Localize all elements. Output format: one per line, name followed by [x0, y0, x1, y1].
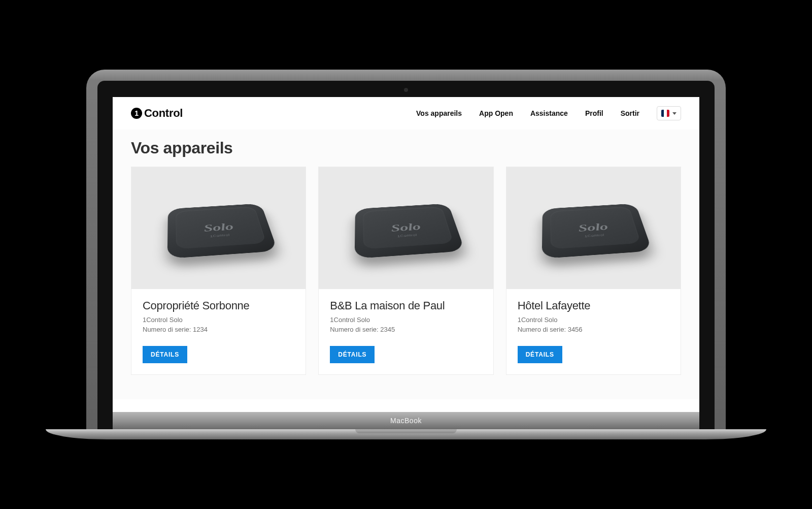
page-main: Vos appareils Solo 1Control: [113, 130, 699, 399]
top-bar: 1 Control Vos appareils App Open Assista…: [113, 97, 699, 130]
device-serial: Numero di serie: 3456: [518, 325, 669, 335]
app-screen: 1 Control Vos appareils App Open Assista…: [113, 97, 699, 412]
screen-bezel: 1 Control Vos appareils App Open Assista…: [97, 81, 715, 429]
nav-item-app-open[interactable]: App Open: [479, 109, 513, 117]
device-card: Solo 1Control B&B La maison de Paul 1Con…: [318, 167, 493, 375]
device-card-grid: Solo 1Control Copropriété Sorbonne 1Cont…: [131, 167, 681, 375]
device-card: Solo 1Control Copropriété Sorbonne 1Cont…: [131, 167, 306, 375]
device-name: B&B La maison de Paul: [330, 299, 482, 312]
laptop-frame: 1 Control Vos appareils App Open Assista…: [86, 70, 726, 439]
device-model: 1Control Solo: [143, 315, 294, 325]
brand-logo[interactable]: 1 Control: [131, 107, 183, 120]
device-image: Solo 1Control: [319, 167, 493, 289]
page-title: Vos appareils: [131, 139, 681, 157]
camera-icon: [404, 88, 408, 92]
logo-text: Control: [144, 107, 183, 120]
laptop-base: [46, 429, 766, 439]
details-button[interactable]: DÉTAILS: [518, 346, 562, 363]
device-serial: Numero di serie: 2345: [330, 325, 482, 335]
chevron-down-icon: [672, 112, 676, 115]
device-model: 1Control Solo: [518, 315, 669, 325]
nav-item-profile[interactable]: Profil: [585, 109, 603, 117]
laptop-hinge: MacBook: [113, 412, 699, 429]
device-name: Hôtel Lafayette: [518, 299, 669, 312]
trackpad-notch: [355, 429, 457, 433]
nav-item-logout[interactable]: Sortir: [621, 109, 639, 117]
device-name: Copropriété Sorbonne: [143, 299, 294, 312]
logo-mark-icon: 1: [131, 108, 142, 119]
details-button[interactable]: DÉTAILS: [330, 346, 375, 363]
device-serial: Numero di serie: 1234: [143, 325, 294, 335]
device-model: 1Control Solo: [330, 315, 482, 325]
product-illustration: Solo 1Control: [167, 203, 278, 259]
details-button[interactable]: DÉTAILS: [143, 346, 187, 363]
laptop-lid: 1 Control Vos appareils App Open Assista…: [86, 70, 726, 429]
product-illustration: Solo 1Control: [542, 203, 653, 259]
nav-item-assistance[interactable]: Assistance: [530, 109, 568, 117]
flag-france-icon: [661, 110, 669, 117]
language-switcher[interactable]: [657, 106, 681, 120]
product-illustration: Solo 1Control: [355, 203, 465, 259]
device-image: Solo 1Control: [506, 167, 681, 289]
laptop-label: MacBook: [390, 417, 422, 425]
device-image: Solo 1Control: [131, 167, 306, 289]
nav-item-devices[interactable]: Vos appareils: [416, 109, 462, 117]
main-nav: Vos appareils App Open Assistance Profil…: [416, 106, 681, 120]
device-card: Solo 1Control Hôtel Lafayette 1Control S…: [506, 167, 681, 375]
